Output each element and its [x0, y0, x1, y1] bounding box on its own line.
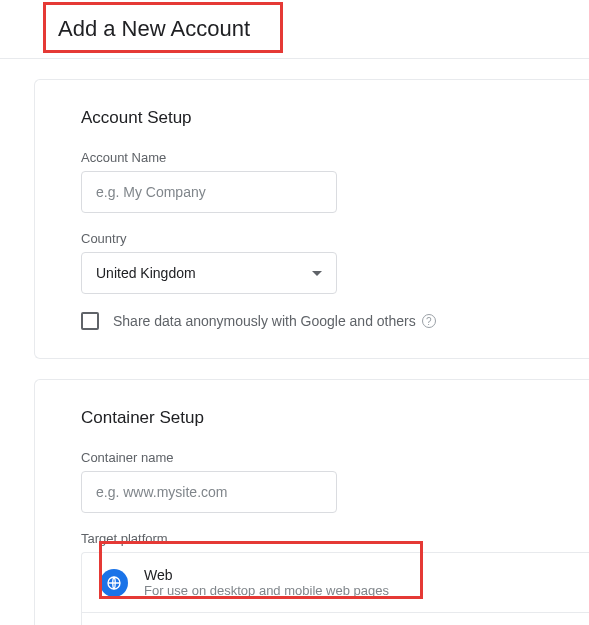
container-setup-card: Container Setup Container name Target pl… — [34, 379, 589, 625]
country-select[interactable]: United Kingdom — [81, 252, 337, 294]
share-data-checkbox[interactable] — [81, 312, 99, 330]
chevron-down-icon — [312, 271, 322, 276]
target-platform-label: Target platform — [81, 531, 589, 546]
platform-web-desc: For use on desktop and mobile web pages — [144, 583, 389, 598]
account-setup-card: Account Setup Account Name Country Unite… — [34, 79, 589, 359]
page-title: Add a New Account — [0, 0, 589, 59]
country-field: Country United Kingdom — [81, 231, 589, 294]
account-name-field: Account Name — [81, 150, 589, 213]
container-setup-heading: Container Setup — [81, 408, 589, 428]
platform-option-web[interactable]: Web For use on desktop and mobile web pa… — [82, 553, 589, 613]
account-name-input[interactable] — [81, 171, 337, 213]
platform-web-text: Web For use on desktop and mobile web pa… — [144, 567, 389, 598]
platform-option-ios[interactable]: iOS iOS For use in iOS apps — [82, 613, 589, 625]
help-icon[interactable]: ? — [422, 314, 436, 328]
web-icon — [100, 569, 128, 597]
share-data-label: Share data anonymously with Google and o… — [113, 313, 436, 329]
account-name-label: Account Name — [81, 150, 589, 165]
country-label: Country — [81, 231, 589, 246]
country-value: United Kingdom — [96, 265, 196, 281]
share-data-row: Share data anonymously with Google and o… — [81, 312, 589, 330]
share-data-label-text: Share data anonymously with Google and o… — [113, 313, 416, 329]
account-setup-heading: Account Setup — [81, 108, 589, 128]
platform-web-title: Web — [144, 567, 389, 583]
container-name-label: Container name — [81, 450, 589, 465]
container-name-field: Container name — [81, 450, 589, 513]
platform-list: Web For use on desktop and mobile web pa… — [81, 552, 589, 625]
container-name-input[interactable] — [81, 471, 337, 513]
